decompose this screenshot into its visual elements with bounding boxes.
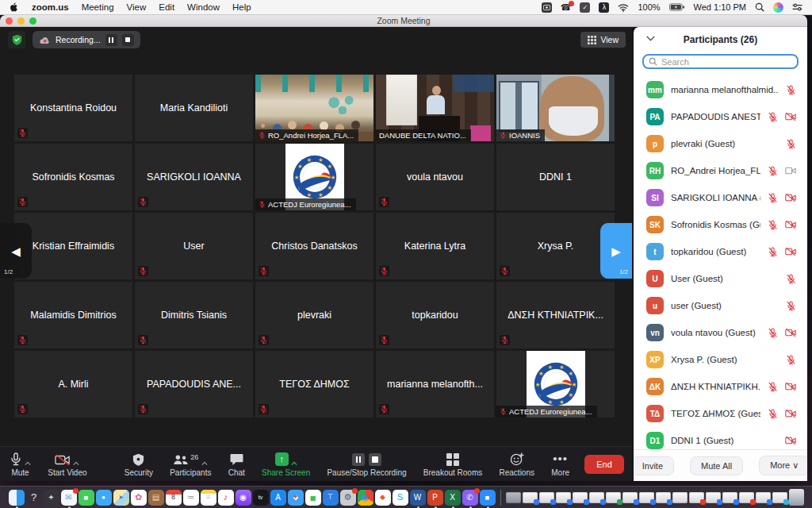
participant-tile[interactable]: ★★★★★★★★★★ Malamidis Dimitrios: [14, 282, 132, 348]
dock-item[interactable]: [573, 492, 588, 503]
dock-item[interactable]: ◼: [480, 490, 496, 506]
participant-row[interactable]: t topkaridou (Guest): [634, 238, 807, 265]
participant-row[interactable]: SI SARIGKOLI IOANNA (Guest): [634, 184, 807, 211]
chevron-up-icon[interactable]: [25, 461, 31, 466]
checkmark-menu-icon[interactable]: ✓: [580, 2, 590, 13]
participant-row[interactable]: SK Sofronidis Kosmas (Guest): [634, 211, 807, 238]
participant-row[interactable]: vn voula ntavou (Guest): [634, 319, 807, 346]
participant-row[interactable]: RH RO_Andrei Horjea_FL... (Guest): [634, 157, 807, 184]
reactions-button[interactable]: Reactions: [498, 447, 536, 481]
menu-view[interactable]: View: [127, 2, 147, 12]
participant-tile[interactable]: ★★★★★★★★★★ A. Mirli: [14, 351, 132, 418]
dock-item[interactable]: [506, 492, 521, 503]
participant-tile[interactable]: ★★★★★★★★★★ Dimitris Tsianis: [135, 282, 253, 348]
chat-button[interactable]: Chat: [227, 447, 247, 481]
previous-page-button[interactable]: ◀ 1/2: [0, 223, 32, 279]
participant-row[interactable]: u user (Guest): [634, 292, 807, 319]
search-input[interactable]: [661, 57, 792, 67]
screen-record-icon[interactable]: [542, 2, 552, 13]
dock-item[interactable]: 8: [166, 490, 182, 506]
dock-item[interactable]: [656, 492, 671, 503]
participant-tile[interactable]: ★★★★★★★★★★ RO_Andrei Horjea_FLA...: [255, 75, 373, 141]
dock-item[interactable]: ≡: [201, 490, 216, 506]
participant-row[interactable]: mm marianna melanofthalmid... (Guest): [634, 76, 807, 103]
participant-tile[interactable]: ★★★★★★★★★★ Sofronidis Kosmas: [14, 144, 132, 210]
spotlight-search-icon[interactable]: [755, 2, 764, 12]
battery-icon[interactable]: [669, 3, 685, 11]
participant-search-box[interactable]: [642, 54, 799, 69]
menu-app-name[interactable]: zoom.us: [32, 2, 69, 12]
participants-button[interactable]: 26 Participants: [168, 447, 213, 481]
participant-tile[interactable]: ★★★★★★★★★★ Kristian Effraimidis: [14, 213, 132, 279]
chevron-up-icon[interactable]: [291, 461, 297, 466]
participant-tile[interactable]: ★★★★★★★★★★ topkaridou: [376, 282, 494, 348]
dock-item[interactable]: [722, 492, 737, 503]
dock-item[interactable]: ⊤: [323, 490, 339, 506]
dock-item[interactable]: ?: [26, 490, 42, 506]
dock-item[interactable]: ◼: [79, 490, 94, 506]
dock-item[interactable]: ⚙: [340, 490, 356, 506]
dock-item[interactable]: [589, 492, 604, 503]
dock-item[interactable]: [539, 492, 554, 503]
dock-item[interactable]: W: [410, 490, 426, 506]
more-button[interactable]: ••• More: [550, 447, 571, 481]
dock-item[interactable]: ▤: [148, 490, 164, 506]
participant-tile[interactable]: ★★★★★★★★★★ Konstantina Roidou: [14, 75, 132, 141]
participant-row[interactable]: XP Xrysa P. (Guest): [634, 346, 807, 373]
participant-tile[interactable]: ★★★★★★★★★★ Katerina Lytra: [376, 213, 494, 279]
dock-item[interactable]: A: [270, 490, 286, 506]
window-titlebar[interactable]: Zoom Meeting: [0, 15, 807, 27]
more-options-button[interactable]: More ∨: [759, 456, 807, 475]
participant-row[interactable]: ΔΚ ΔΝΣΗ ΚΤΗΝΙΑΤΡΙΚΗ... (Guest): [634, 373, 807, 400]
participant-tile[interactable]: ★★★★★★★★★★ User: [135, 213, 253, 279]
dock-item[interactable]: [689, 492, 704, 503]
dock-item[interactable]: [789, 489, 804, 506]
wifi-icon[interactable]: [618, 3, 629, 12]
dock-item[interactable]: ◉: [358, 490, 373, 506]
dock-item[interactable]: [9, 490, 25, 506]
participant-tile[interactable]: ★★★★★★★★★★ PAPADOUDIS ANE...: [135, 351, 253, 418]
next-page-button[interactable]: ▶ 1/2: [600, 223, 632, 279]
dock-item[interactable]: [622, 492, 638, 503]
dock-item[interactable]: ✿: [131, 490, 147, 506]
dock-item[interactable]: ✦: [288, 490, 304, 506]
lambda-menu-icon[interactable]: λ: [599, 2, 609, 13]
dock-item[interactable]: ➤: [113, 490, 129, 506]
dock-item[interactable]: ✆: [462, 490, 478, 506]
participant-tile[interactable]: ★★★★★★★★★★ IOANNIS: [496, 75, 615, 141]
chevron-up-icon[interactable]: [201, 461, 208, 466]
participant-tile[interactable]: ★★★★★★★★★★ Maria Kandilioti: [135, 75, 253, 141]
pause-stop-recording-button[interactable]: Pause/Stop Recording: [325, 447, 408, 481]
dock-item[interactable]: P: [427, 490, 443, 506]
participant-row[interactable]: PA PAPADOUDIS ANESTIS (Guest): [634, 103, 807, 130]
apple-menu[interactable]: [10, 2, 19, 13]
menu-meeting[interactable]: Meeting: [82, 2, 114, 12]
mute-all-button[interactable]: Mute All: [690, 456, 743, 475]
share-screen-button[interactable]: ↑ Share Screen: [260, 447, 312, 481]
dock-item[interactable]: [606, 492, 621, 503]
participant-tile[interactable]: ★★★★★★★★★★ marianna melanofth...: [376, 351, 494, 418]
end-meeting-button[interactable]: End: [584, 455, 624, 474]
security-button[interactable]: Security: [123, 447, 155, 481]
participant-row[interactable]: D1 DDNI 1 (Guest): [634, 427, 807, 449]
participant-tile[interactable]: ★★★★★★★★★★ Xrysa P.: [496, 213, 615, 279]
dock-item[interactable]: ◉: [236, 490, 251, 506]
menu-help[interactable]: Help: [232, 2, 251, 12]
dock-item[interactable]: [706, 492, 721, 503]
participant-tile[interactable]: ★★★★★★★★★★ plevraki: [255, 282, 373, 348]
dock-item[interactable]: [556, 492, 571, 503]
participant-tile[interactable]: ★★★★★★★★★★ DANUBE DELTA NATIO...: [376, 75, 494, 141]
breakout-rooms-button[interactable]: Breakout Rooms: [422, 447, 484, 481]
dock-item[interactable]: ◆: [375, 490, 391, 506]
notification-center-icon[interactable]: [792, 3, 802, 11]
dock-item[interactable]: tv: [253, 490, 269, 506]
start-video-button[interactable]: Start Video: [46, 447, 88, 481]
invite-button[interactable]: Invite: [634, 456, 674, 475]
dock-item[interactable]: ●: [96, 490, 112, 506]
stop-recording-button[interactable]: [122, 34, 134, 46]
participant-tile[interactable]: ★★★★★★★★★★ ACTEDJ Euroregiunea...: [496, 351, 615, 418]
phone-status-icon[interactable]: ☎: [561, 3, 572, 12]
participant-tile[interactable]: ★★★★★★★★★★ SARIGKOLI IOANNA: [135, 144, 253, 210]
dock-item[interactable]: S: [393, 490, 408, 506]
dock-item[interactable]: ▅: [305, 490, 321, 506]
